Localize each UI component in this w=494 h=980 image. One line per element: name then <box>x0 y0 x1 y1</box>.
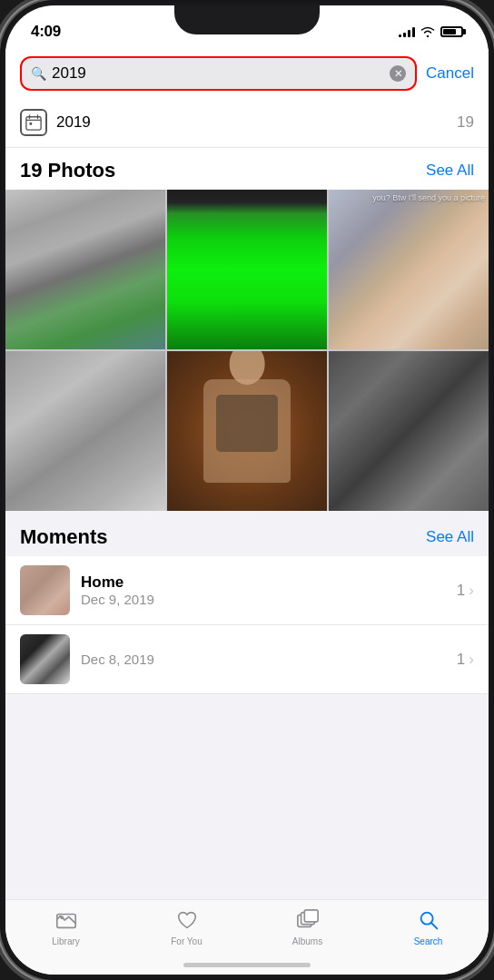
phone-screen: 4:09 <box>5 5 489 975</box>
moments-section-header: Moments See All <box>5 513 489 556</box>
search-bar[interactable]: 🔍 ✕ <box>20 56 417 91</box>
svg-point-6 <box>60 916 64 919</box>
year-result-label: 2019 <box>56 113 457 132</box>
photo-cell-1[interactable] <box>5 190 165 349</box>
svg-rect-0 <box>26 117 41 130</box>
for-you-icon <box>174 907 200 933</box>
tab-for-you-label: For You <box>171 936 202 946</box>
status-time: 4:09 <box>31 23 61 41</box>
search-area: 🔍 ✕ Cancel <box>5 49 489 98</box>
library-icon <box>54 907 79 933</box>
chevron-icon-1: › <box>469 582 474 600</box>
svg-rect-9 <box>304 910 318 922</box>
photos-section-header: 19 Photos See All <box>5 148 489 190</box>
battery-icon <box>440 26 463 37</box>
photos-section-title: 19 Photos <box>20 159 115 182</box>
moment-info-2: Dec 8, 2019 <box>81 652 446 667</box>
tab-library-label: Library <box>52 936 80 946</box>
signal-icon <box>399 26 415 37</box>
photo-cell-2[interactable] <box>167 190 327 349</box>
calendar-icon <box>20 109 47 136</box>
chevron-icon-2: › <box>469 651 474 669</box>
photos-see-all-button[interactable]: See All <box>426 162 474 180</box>
photo-overlay-text: you? Btw I'll send you a picture <box>372 193 485 202</box>
year-result-count: 19 <box>457 113 474 132</box>
tab-library[interactable]: Library <box>39 907 94 946</box>
moments-section-title: Moments <box>20 525 108 549</box>
tab-albums[interactable]: Albums <box>281 907 335 946</box>
photo-cell-6[interactable] <box>329 351 489 511</box>
moment-location-1: Home <box>81 573 446 592</box>
svg-line-11 <box>431 923 437 928</box>
tab-search[interactable]: Search <box>401 907 456 946</box>
tab-search-label: Search <box>414 936 443 946</box>
moments-section: Moments See All Home Dec 9, 2019 1 › <box>5 513 489 694</box>
svg-rect-4 <box>30 122 33 125</box>
photos-section: 19 Photos See All <box>5 148 489 511</box>
phone-frame: 4:09 <box>0 0 494 980</box>
wifi-icon <box>420 26 435 37</box>
status-icons <box>399 26 463 37</box>
tab-for-you[interactable]: For You <box>160 907 214 946</box>
moment-count-2: 1 › <box>457 651 474 669</box>
moments-see-all-button[interactable]: See All <box>426 528 474 546</box>
tab-albums-label: Albums <box>292 936 322 946</box>
search-icon: 🔍 <box>31 66 46 81</box>
photo-cell-3[interactable]: you? Btw I'll send you a picture <box>329 190 489 349</box>
search-bar-container: 🔍 ✕ Cancel <box>20 56 474 91</box>
moment-row-1[interactable]: Home Dec 9, 2019 1 › <box>5 556 489 625</box>
albums-icon <box>295 907 321 933</box>
moment-date-2: Dec 8, 2019 <box>81 652 446 667</box>
search-input[interactable] <box>52 64 384 83</box>
clear-search-button[interactable]: ✕ <box>390 65 406 82</box>
home-indicator <box>183 963 311 967</box>
moment-count-1: 1 › <box>457 582 474 600</box>
year-result-row[interactable]: 2019 19 <box>5 98 489 148</box>
moment-row-2[interactable]: Dec 8, 2019 1 › <box>5 625 489 694</box>
cancel-button[interactable]: Cancel <box>426 64 474 83</box>
photo-cell-5[interactable] <box>167 351 327 511</box>
moment-thumbnail-1 <box>20 565 70 615</box>
moment-thumbnail-2 <box>20 634 70 684</box>
photo-grid: you? Btw I'll send you a picture <box>5 190 489 511</box>
search-tab-icon <box>416 907 441 933</box>
content-area[interactable]: 🔍 ✕ Cancel <box>5 49 489 899</box>
moment-info-1: Home Dec 9, 2019 <box>81 573 446 607</box>
photo-cell-4[interactable] <box>5 351 165 511</box>
moment-date-1: Dec 9, 2019 <box>81 592 446 607</box>
notch <box>174 5 320 34</box>
